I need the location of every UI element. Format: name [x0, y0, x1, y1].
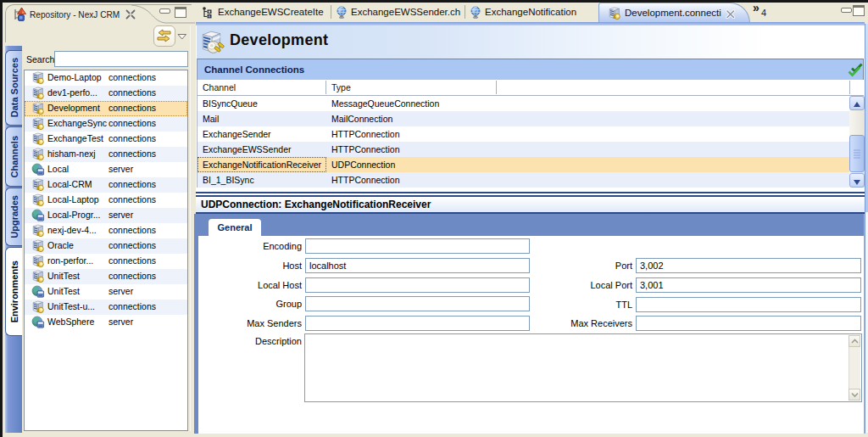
cell-channel: ExchangeNotificationReceiver — [203, 160, 321, 170]
editor-tab-2[interactable]: ExchangeEWSSender.ch — [331, 3, 465, 22]
item-name: ron-perfor... — [47, 255, 93, 266]
editor-maximize-button[interactable] — [853, 5, 865, 16]
application-window: Repository - NexJ CRM Data Sources Chann… — [0, 0, 868, 437]
cell-type: UDPConnection — [331, 160, 395, 170]
channel-row[interactable]: ExchangeSenderHTTPConnection — [198, 126, 849, 142]
item-type: connections — [108, 271, 156, 281]
channel-row[interactable]: BI_1_BISyncHTTPConnection — [198, 172, 849, 188]
description-label: Description — [200, 336, 302, 346]
page-title: Development — [230, 31, 328, 49]
cell-type: HTTPConnection — [331, 129, 400, 139]
item-type: connections — [108, 255, 156, 266]
item-name: Local — [47, 164, 69, 174]
link-editor-button[interactable] — [153, 25, 175, 47]
environment-item[interactable]: Local-CRMconnections — [25, 177, 187, 193]
globe-icon — [469, 6, 482, 20]
column-divider[interactable] — [849, 81, 850, 94]
tab-overflow-indicator[interactable]: »4 — [753, 0, 770, 20]
channel-row[interactable]: ExchangeNotificationReceiverUDPConnectio… — [198, 157, 849, 172]
field-input-encoding[interactable] — [305, 238, 530, 254]
view-maximize-button[interactable] — [175, 7, 186, 18]
table-scrollbar[interactable] — [849, 96, 865, 188]
column-divider[interactable] — [496, 81, 497, 94]
field-input-ttl[interactable] — [636, 297, 861, 312]
item-name: UnitTest — [47, 271, 80, 281]
item-name: ExchangeTest — [47, 133, 103, 143]
server-icon — [31, 285, 45, 299]
item-type: connections — [108, 103, 156, 113]
field-label-max-receivers: Max Receivers — [531, 318, 632, 328]
environment-item[interactable]: dev1-perfo...connections — [25, 86, 187, 101]
cell-channel: BI_1_BISync — [203, 175, 254, 185]
connections-icon — [31, 148, 45, 161]
item-name: WebSphere — [47, 317, 94, 327]
connections-icon — [31, 132, 45, 146]
environment-item[interactable]: UnitTestserver — [25, 284, 187, 300]
search-input[interactable] — [54, 51, 188, 67]
sidebar-tab-upgrades[interactable]: Upgrades — [5, 188, 22, 246]
editor-tab-3[interactable]: ExchangeNotification — [465, 3, 598, 22]
item-name: Demo-Laptop — [47, 72, 102, 82]
item-type: server — [108, 210, 133, 220]
environment-item[interactable]: Demo-Laptopconnections — [25, 70, 187, 86]
field-label-ttl: TTL — [531, 300, 632, 310]
environment-item[interactable]: ExchangeTestconnections — [25, 132, 187, 147]
column-divider[interactable] — [326, 81, 326, 94]
item-name: hisham-nexj — [47, 148, 96, 159]
cell-type: HTTPConnection — [331, 144, 400, 154]
desc-scroll-up-button[interactable] — [849, 335, 860, 347]
tab-general[interactable]: General — [209, 219, 261, 236]
section-title: Channel Connections — [204, 64, 304, 75]
field-input-local-port[interactable]: 3,001 — [636, 277, 861, 293]
desc-scroll-down-button[interactable] — [849, 389, 860, 401]
scroll-down-button[interactable] — [849, 173, 865, 188]
column-header-channel[interactable]: Channel — [203, 82, 236, 92]
scroll-up-button[interactable] — [849, 96, 865, 110]
description-textarea[interactable] — [304, 333, 862, 402]
connections-icon — [31, 87, 45, 100]
environment-item[interactable]: ron-perfor...connections — [25, 254, 187, 269]
cell-type: MessageQueueConnection — [331, 98, 439, 109]
environment-item[interactable]: Local-Laptopconnections — [25, 193, 187, 208]
server-icon — [31, 163, 45, 176]
item-type: server — [108, 286, 133, 296]
field-input-port[interactable]: 3,002 — [636, 258, 861, 273]
environment-item[interactable]: Oracleconnections — [25, 238, 187, 254]
tab-close-icon[interactable] — [726, 9, 736, 19]
environment-item[interactable]: WebSphereserver — [25, 315, 187, 330]
view-minimize-button[interactable] — [159, 8, 170, 14]
environment-item[interactable]: ExchangeSyncconnections — [25, 116, 187, 132]
view-menu-dropdown-icon[interactable] — [177, 33, 187, 40]
editor-tab-4[interactable]: Development.connecti — [598, 3, 750, 23]
environment-item[interactable]: nexj-dev-4...connections — [25, 223, 187, 238]
environment-item[interactable]: hisham-nexjconnections — [25, 147, 187, 162]
scrollbar-thumb[interactable] — [849, 135, 865, 172]
sidebar-tab-environments[interactable]: Environments — [5, 247, 22, 336]
environment-item[interactable]: UnitTestconnections — [25, 269, 187, 284]
field-input-local-host[interactable] — [305, 277, 530, 293]
editor-tab-1[interactable]: ExchangeEWSCreateIte — [198, 3, 331, 22]
channel-row[interactable]: BISyncQueueMessageQueueConnection — [198, 96, 849, 111]
view-close-icon[interactable] — [125, 8, 136, 20]
environment-item[interactable]: UnitTest-u...connections — [25, 300, 187, 315]
environment-item[interactable]: Developmentconnections — [25, 101, 187, 116]
field-input-group[interactable] — [305, 296, 530, 311]
sidebar-tab-channels[interactable]: Channels — [5, 126, 22, 187]
field-label-host: Host — [200, 261, 302, 271]
field-input-max-receivers[interactable] — [636, 316, 861, 331]
globe-icon — [335, 6, 348, 20]
column-header-type[interactable]: Type — [331, 82, 351, 92]
separator-line-top — [196, 192, 865, 193]
channel-row[interactable]: ExchangeEWSSenderHTTPConnection — [198, 142, 849, 157]
item-type: server — [108, 317, 133, 327]
environment-item[interactable]: Localserver — [25, 162, 187, 177]
channel-row[interactable]: MailMailConnection — [198, 111, 849, 126]
item-name: dev1-perfo... — [47, 87, 97, 98]
server-icon — [31, 316, 45, 329]
field-input-max-senders[interactable] — [305, 316, 530, 331]
sash[interactable] — [190, 25, 191, 431]
editor-minimize-button[interactable] — [841, 8, 852, 13]
environment-item[interactable]: Local-Progr...server — [25, 208, 187, 223]
field-input-host[interactable]: localhost — [305, 258, 530, 273]
sidebar-tab-data-sources[interactable]: Data Sources — [5, 50, 22, 126]
